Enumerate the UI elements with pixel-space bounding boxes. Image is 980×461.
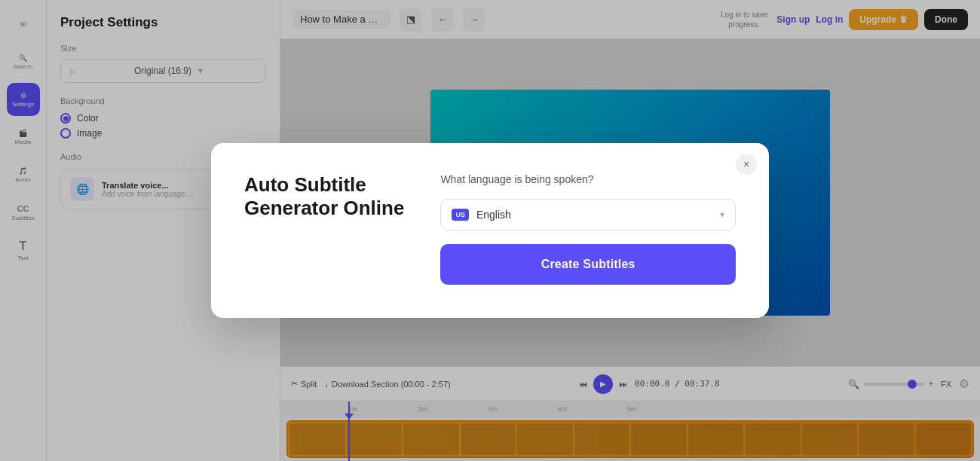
language-question: What language is being spoken? xyxy=(440,173,736,185)
language-dropdown[interactable]: US English ▾ xyxy=(440,199,736,230)
language-flag: US xyxy=(452,209,469,221)
language-name: English xyxy=(476,209,712,221)
chevron-down-icon: ▾ xyxy=(720,209,724,220)
modal-overlay: × Auto Subtitle Generator Online What la… xyxy=(0,0,980,461)
modal-title: Auto Subtitle Generator Online xyxy=(244,173,404,220)
auto-subtitle-modal: × Auto Subtitle Generator Online What la… xyxy=(211,143,769,318)
create-subtitles-button[interactable]: Create Subtitles xyxy=(440,244,736,285)
modal-left: Auto Subtitle Generator Online xyxy=(244,173,404,220)
modal-right: What language is being spoken? US Englis… xyxy=(440,173,736,285)
modal-close-button[interactable]: × xyxy=(736,154,757,175)
